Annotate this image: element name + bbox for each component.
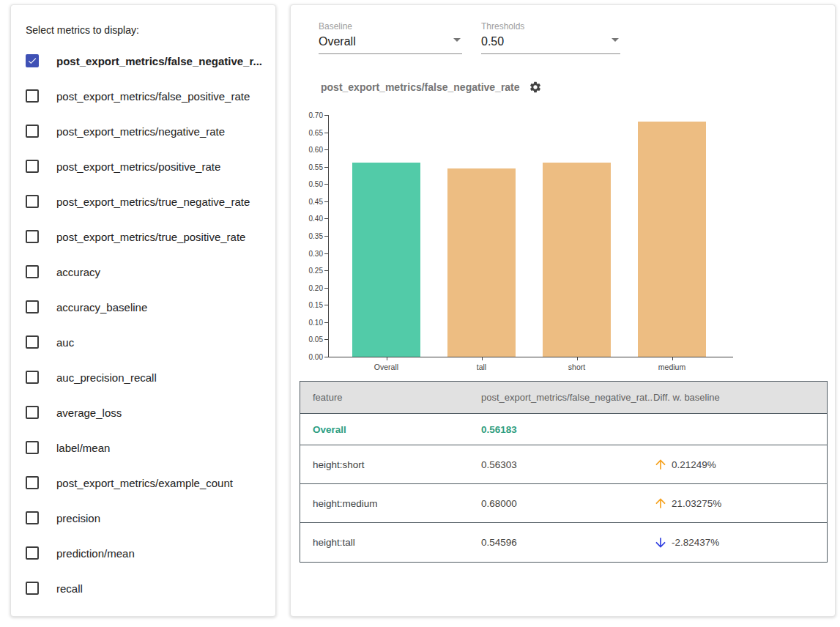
checkbox-checked-icon[interactable] (26, 54, 39, 67)
feature-cell: Overall (300, 424, 481, 435)
y-axis-tick-label: 0.05 (291, 335, 323, 344)
checkbox-unchecked-icon[interactable] (26, 195, 39, 208)
x-axis-category-label: Overall (374, 363, 398, 371)
checkbox-unchecked-icon[interactable] (26, 230, 39, 243)
gear-icon[interactable] (529, 81, 542, 94)
y-axis-tick (324, 218, 328, 219)
y-axis-tick (324, 305, 328, 305)
y-axis-tick-label: 0.25 (291, 267, 323, 275)
metric-checkbox-item[interactable]: prediction/mean (11, 535, 275, 571)
y-axis-tick (324, 253, 328, 254)
checkbox-unchecked-icon[interactable] (26, 300, 39, 314)
y-axis-tick-label: 0.20 (291, 284, 323, 292)
metric-label: average_loss (56, 407, 122, 419)
metric-checkbox-item[interactable]: auc (11, 324, 275, 360)
y-axis-tick-label: 0.65 (291, 129, 323, 137)
metric-label: post_export_metrics/false_positive_rate (56, 90, 250, 103)
y-axis-tick-label: 0.30 (291, 250, 323, 258)
feature-cell: height:medium (300, 498, 481, 509)
y-axis-tick (324, 270, 328, 271)
metrics-table: featurepost_export_metrics/false_negativ… (300, 381, 828, 563)
diff-value: 21.03275% (672, 498, 721, 509)
dropdown-arrow-icon (453, 38, 461, 42)
y-axis-tick-label: 0.10 (291, 319, 323, 327)
metric-checkbox-item[interactable]: post_export_metrics/true_negative_rate (11, 184, 275, 219)
checkbox-unchecked-icon[interactable] (26, 125, 39, 138)
metric-checkbox-item[interactable]: post_export_metrics/false_negative_r... (11, 43, 275, 78)
metric-select-panel: Select metrics to display: post_export_m… (10, 4, 276, 617)
x-axis-category-label: tall (477, 363, 486, 371)
arrow-up-icon (653, 496, 668, 511)
x-axis-line (328, 357, 733, 357)
feature-cell: height:short (300, 459, 481, 470)
metric-label: precision (56, 512, 100, 524)
checkbox-unchecked-icon[interactable] (26, 89, 39, 103)
metric-value-cell: 0.68000 (481, 498, 653, 509)
table-header-cell: Diff. w. baseline (653, 392, 827, 403)
dropdown-arrow-icon (612, 38, 619, 42)
y-axis-tick (324, 322, 328, 323)
table-row[interactable]: height:medium0.6800021.03275% (300, 484, 827, 523)
bar-tall[interactable] (447, 168, 516, 357)
checkbox-unchecked-icon[interactable] (26, 511, 39, 524)
x-axis-category-label: short (568, 363, 585, 371)
checkbox-unchecked-icon[interactable] (26, 582, 39, 595)
checkbox-unchecked-icon[interactable] (26, 335, 39, 349)
table-header-row: featurepost_export_metrics/false_negativ… (300, 382, 827, 414)
bar-medium[interactable] (638, 122, 706, 357)
baseline-value: Overall (319, 35, 356, 48)
table-header-cell: feature (300, 392, 481, 403)
y-axis-tick (324, 236, 328, 237)
bar-Overall[interactable] (352, 163, 420, 357)
arrow-down-icon (653, 535, 668, 550)
metric-select-title: Select metrics to display: (26, 24, 139, 36)
y-axis-tick-label: 0.45 (291, 198, 323, 206)
checkbox-unchecked-icon[interactable] (26, 441, 39, 454)
metric-label: post_export_metrics/negative_rate (56, 125, 225, 138)
metric-checkbox-item[interactable]: label/mean (11, 430, 275, 465)
bar-short[interactable] (543, 163, 611, 357)
arrow-up-icon (653, 457, 668, 472)
table-row[interactable]: height:tall0.54596-2.82437% (300, 523, 827, 562)
table-row[interactable]: Overall0.56183 (300, 414, 827, 445)
y-axis-tick (324, 167, 328, 168)
chart-title: post_export_metrics/false_negative_rate (321, 81, 520, 93)
metric-checkbox-item[interactable]: average_loss (11, 395, 275, 430)
metric-checkbox-item[interactable]: accuracy (11, 254, 275, 289)
checkbox-unchecked-icon[interactable] (26, 406, 39, 419)
metric-checkbox-item[interactable]: post_export_metrics/true_positive_rate (11, 219, 275, 254)
metric-checkbox-item[interactable]: post_export_metrics/positive_rate (11, 149, 275, 184)
diff-cell: 21.03275% (653, 496, 827, 511)
metric-checkbox-item[interactable]: precision (11, 500, 275, 535)
metric-value-cell: 0.56183 (481, 424, 653, 435)
metric-label: post_export_metrics/false_negative_r... (56, 55, 262, 67)
x-axis-tick (672, 357, 673, 360)
checkbox-unchecked-icon[interactable] (26, 160, 39, 173)
metric-checkbox-item[interactable]: post_export_metrics/negative_rate (11, 114, 275, 149)
metric-label: recall (56, 582, 83, 595)
metric-checkbox-item[interactable]: auc_precision_recall (11, 360, 275, 395)
table-header-cell: post_export_metrics/false_negative_rat..… (481, 392, 653, 403)
metric-checkbox-item[interactable]: post_export_metrics/false_positive_rate (11, 78, 275, 114)
metric-label: auc_precision_recall (56, 371, 157, 384)
metric-label: post_export_metrics/true_negative_rate (56, 196, 250, 208)
diff-value: -2.82437% (672, 537, 719, 548)
metric-value-cell: 0.54596 (481, 537, 653, 548)
y-axis-tick (324, 184, 328, 185)
thresholds-select[interactable]: Thresholds 0.50 (481, 21, 620, 54)
checkbox-unchecked-icon[interactable] (26, 546, 39, 560)
metric-checkbox-item[interactable]: post_export_metrics/example_count (11, 465, 275, 500)
y-axis-tick-label: 0.55 (291, 163, 323, 171)
y-axis-tick-label: 0.60 (291, 146, 323, 154)
baseline-select[interactable]: Baseline Overall (319, 21, 462, 54)
checkbox-unchecked-icon[interactable] (26, 476, 39, 489)
checkbox-unchecked-icon[interactable] (26, 265, 39, 278)
metric-checkbox-item[interactable]: recall (11, 571, 275, 606)
metric-label: post_export_metrics/positive_rate (56, 160, 220, 173)
y-axis-tick (324, 115, 328, 116)
diff-cell: -2.82437% (653, 535, 827, 550)
metric-checkbox-item[interactable]: accuracy_baseline (11, 289, 275, 324)
y-axis-tick (324, 133, 328, 133)
table-row[interactable]: height:short0.563030.21249% (300, 445, 827, 484)
checkbox-unchecked-icon[interactable] (26, 371, 39, 384)
